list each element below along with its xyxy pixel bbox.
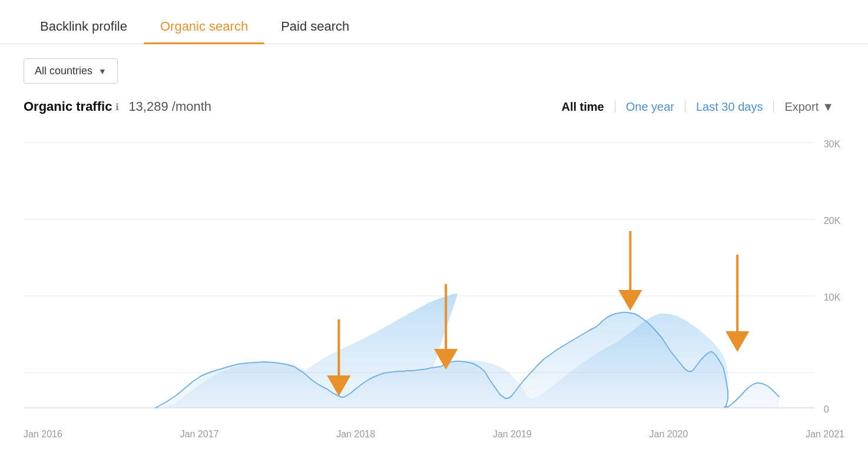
arrow-3 <box>618 231 642 311</box>
svg-marker-12 <box>725 331 749 352</box>
tab-bar: Backlink profile Organic search Paid sea… <box>0 0 868 44</box>
tab-backlink-profile[interactable]: Backlink profile <box>24 11 144 44</box>
export-arrow-icon: ▼ <box>822 100 834 114</box>
country-label: All countries <box>35 65 92 77</box>
chart-title: Organic traffic <box>24 99 112 114</box>
y-label-10k: 10K <box>824 292 841 302</box>
chart-header: Organic traffic ℹ 13,289 /month All time… <box>0 93 868 114</box>
arrow-4 <box>725 255 749 352</box>
y-label-0: 0 <box>824 404 829 414</box>
chart-area: 30K 20K 10K 0 <box>24 119 844 431</box>
chart-value: 13,289 /month <box>128 99 211 114</box>
filters-bar: All countries ▼ <box>0 44 868 93</box>
export-button[interactable]: Export ▼ <box>774 100 844 114</box>
chevron-down-icon: ▼ <box>98 67 107 76</box>
tab-paid-search[interactable]: Paid search <box>264 11 366 44</box>
tab-organic-search[interactable]: Organic search <box>144 11 264 44</box>
chart-svg: 30K 20K 10K 0 <box>24 119 844 431</box>
export-label: Export <box>784 100 819 114</box>
ctrl-last-30[interactable]: Last 30 days <box>685 100 773 114</box>
info-icon[interactable]: ℹ <box>115 101 119 113</box>
y-label-30k: 30K <box>824 139 841 149</box>
ctrl-all-time[interactable]: All time <box>551 100 614 114</box>
country-dropdown[interactable]: All countries ▼ <box>24 58 118 84</box>
chart-controls: All time One year Last 30 days Export ▼ <box>551 100 844 114</box>
y-label-20k: 20K <box>824 215 841 226</box>
ctrl-one-year[interactable]: One year <box>615 100 685 114</box>
svg-marker-10 <box>618 290 642 311</box>
